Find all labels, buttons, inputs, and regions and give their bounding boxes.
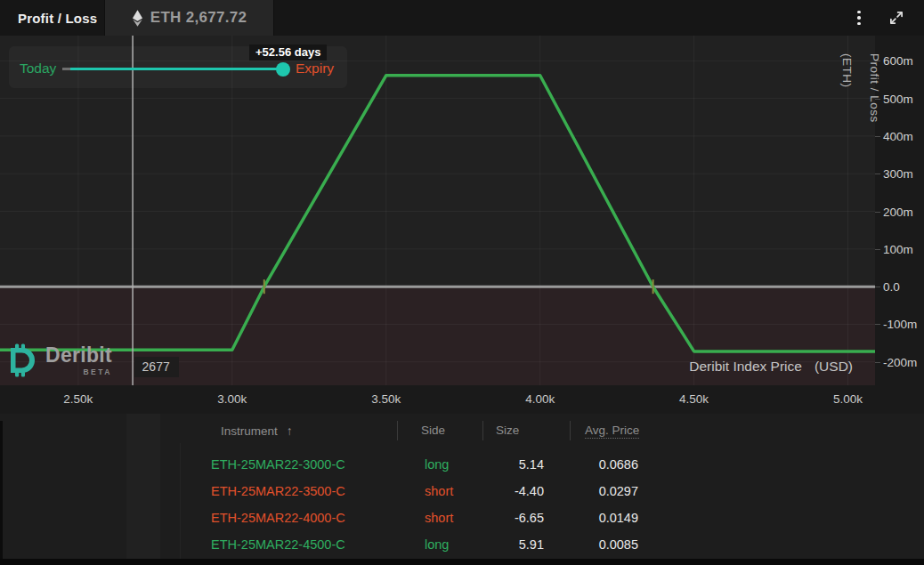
y-axis: 600m500m400m300m200m100m0.0-100m-200m [875, 36, 924, 414]
x-tick-label: 3.50k [371, 392, 401, 406]
expand-icon[interactable] [888, 9, 905, 27]
y-axis-title-text: Profit / Loss [868, 53, 881, 285]
avg-price-cell: 0.0085 [534, 537, 638, 552]
y-tick-label: -100m [883, 318, 917, 331]
y-tick-label: 100m [883, 242, 913, 255]
y-axis-title: Profit / Loss (ETH) [840, 53, 881, 285]
kebab-menu-icon[interactable] [851, 7, 867, 28]
tab-instrument-eth[interactable]: ETH 2,677.72 [104, 0, 274, 36]
column-separator [482, 421, 483, 440]
column-header-size[interactable]: Size [496, 424, 519, 437]
table-row[interactable]: ETH-25MAR22-3500-Cshort-4.400.0297 [0, 479, 924, 505]
deribit-position-builder: Profit / Loss ETH 2,677.72 Today +52.56 … [0, 0, 924, 565]
y-tick-label: 500m [883, 92, 913, 105]
y-tick-mark [875, 324, 880, 325]
instrument-cell[interactable]: ETH-25MAR22-3500-C [211, 484, 345, 498]
instrument-cell[interactable]: ETH-25MAR22-3000-C [211, 457, 345, 472]
positions-table: Instrument ↑ Side Size Avg. Price ETH-25… [0, 414, 924, 559]
column-separator [570, 421, 571, 440]
x-axis-title-text: Deribit Index Price [689, 359, 802, 375]
y-tick-mark [875, 287, 880, 287]
logo-name: Deribit [45, 343, 112, 367]
y-tick-mark [875, 362, 880, 363]
x-tick-label: 5.00k [833, 392, 863, 406]
table-row[interactable]: ETH-25MAR22-4000-Cshort-6.650.0149 [0, 505, 924, 532]
x-tick-label: 4.00k [525, 392, 555, 406]
size-cell: 5.14 [445, 457, 544, 472]
avg-price-cell: 0.0686 [534, 457, 638, 472]
time-slider-handle[interactable] [276, 62, 290, 77]
x-tick-label: 2.50k [63, 392, 93, 406]
window-bottom-edge [0, 559, 924, 565]
deribit-logo-icon [7, 343, 39, 377]
y-tick-label: 0.0 [883, 280, 900, 294]
avg-price-cell: 0.0149 [534, 511, 638, 525]
column-header-instrument[interactable]: Instrument ↑ [221, 424, 293, 438]
today-label: Today [20, 61, 56, 77]
eth-icon [132, 9, 143, 28]
positions-tbody: ETH-25MAR22-3000-Clong5.140.0686ETH-25MA… [0, 452, 924, 559]
y-tick-label: 200m [883, 205, 913, 218]
crosshair-price-label: 2677 [134, 357, 179, 377]
logo-beta-badge: BETA [83, 367, 112, 376]
y-axis-title-unit: (ETH) [840, 53, 854, 285]
y-tick-label: -200m [883, 355, 917, 368]
avg-price-cell: 0.0297 [534, 484, 638, 498]
column-separator [397, 421, 398, 440]
slider-track-start [62, 68, 70, 70]
table-row[interactable]: ETH-25MAR22-4500-Clong5.910.0085 [0, 532, 924, 559]
instrument-header-label: Instrument [221, 424, 278, 438]
column-header-side[interactable]: Side [421, 424, 445, 437]
x-tick-label: 3.00k [217, 392, 247, 406]
window-left-edge [0, 421, 3, 565]
instrument-tab-label: ETH 2,677.72 [150, 9, 247, 27]
top-bar: Profit / Loss ETH 2,677.72 [0, 0, 924, 36]
size-cell: 5.91 [445, 537, 544, 552]
x-axis: 2.50k3.00k3.50k4.00k4.50k5.00k [0, 385, 875, 414]
x-tick-label: 4.50k [679, 392, 709, 406]
page-title: Profit / Loss [18, 0, 97, 36]
time-slider-track[interactable] [70, 68, 283, 70]
x-axis-title-unit: (USD) [815, 359, 853, 375]
table-row[interactable]: ETH-25MAR22-3000-Clong5.140.0686 [0, 452, 924, 479]
deribit-logo: Deribit BETA [7, 343, 112, 377]
y-tick-label: 400m [883, 129, 913, 142]
size-cell: -6.65 [445, 511, 544, 525]
y-tick-label: 300m [883, 167, 913, 181]
sort-asc-icon: ↑ [287, 424, 293, 438]
instrument-cell[interactable]: ETH-25MAR22-4500-C [211, 537, 345, 552]
days-tooltip: +52.56 days [249, 44, 327, 61]
x-axis-title: Deribit Index Price (USD) [689, 359, 853, 375]
instrument-cell[interactable]: ETH-25MAR22-4000-C [211, 511, 345, 525]
expiry-label: Expiry [296, 61, 334, 77]
column-header-avg-price[interactable]: Avg. Price [585, 424, 639, 439]
size-cell: -4.40 [445, 484, 544, 498]
y-tick-label: 600m [883, 54, 913, 68]
table-header: Instrument ↑ Side Size Avg. Price [0, 419, 924, 442]
